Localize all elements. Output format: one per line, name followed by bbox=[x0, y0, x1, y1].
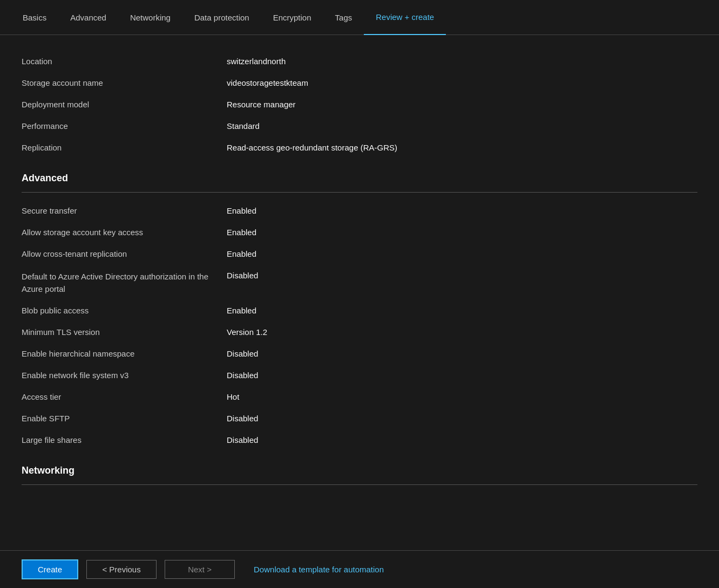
field-row-deployment-model: Deployment model Resource manager bbox=[22, 94, 697, 116]
field-row-nfs-v3: Enable network file system v3 Disabled bbox=[22, 365, 697, 387]
networking-section-divider bbox=[22, 484, 697, 485]
next-button[interactable]: Next > bbox=[165, 560, 235, 579]
field-row-sftp: Enable SFTP Disabled bbox=[22, 408, 697, 430]
networking-section-heading: Networking bbox=[22, 452, 697, 482]
tab-networking[interactable]: Networking bbox=[118, 0, 182, 35]
networking-section: Networking bbox=[22, 452, 697, 485]
tab-review-create[interactable]: Review + create bbox=[364, 0, 446, 35]
field-row-performance: Performance Standard bbox=[22, 116, 697, 138]
tab-encryption[interactable]: Encryption bbox=[261, 0, 323, 35]
field-value-access-tier: Hot bbox=[227, 392, 239, 401]
field-value-replication: Read-access geo-redundant storage (RA-GR… bbox=[227, 143, 397, 152]
field-value-cross-tenant: Enabled bbox=[227, 249, 256, 258]
tab-data-protection[interactable]: Data protection bbox=[182, 0, 261, 35]
field-row-storage-account-name: Storage account name videostoragetestkte… bbox=[22, 73, 697, 94]
field-value-performance: Standard bbox=[227, 121, 260, 131]
field-value-blob-access: Enabled bbox=[227, 306, 256, 315]
field-label-hierarchical: Enable hierarchical namespace bbox=[22, 349, 227, 358]
field-label-key-access: Allow storage account key access bbox=[22, 228, 227, 237]
field-value-aad-auth: Disabled bbox=[227, 271, 258, 280]
field-label-cross-tenant: Allow cross-tenant replication bbox=[22, 249, 227, 258]
advanced-section: Advanced Secure transfer Enabled Allow s… bbox=[22, 159, 697, 452]
field-label-secure-transfer: Secure transfer bbox=[22, 206, 227, 215]
field-row-cross-tenant: Allow cross-tenant replication Enabled bbox=[22, 244, 697, 265]
field-row-replication: Replication Read-access geo-redundant st… bbox=[22, 138, 697, 159]
field-value-storage-account-name: videostoragetestkteam bbox=[227, 78, 308, 87]
field-row-access-tier: Access tier Hot bbox=[22, 387, 697, 408]
field-label-location: Location bbox=[22, 57, 227, 66]
field-row-location: Location switzerlandnorth bbox=[22, 51, 697, 73]
tab-basics[interactable]: Basics bbox=[11, 0, 58, 35]
field-label-blob-access: Blob public access bbox=[22, 306, 227, 315]
advanced-section-divider bbox=[22, 192, 697, 193]
field-label-aad-auth: Default to Azure Active Directory author… bbox=[22, 271, 227, 295]
create-button[interactable]: Create bbox=[22, 559, 78, 579]
tab-tags[interactable]: Tags bbox=[323, 0, 364, 35]
field-label-replication: Replication bbox=[22, 143, 227, 152]
field-value-tls-version: Version 1.2 bbox=[227, 327, 267, 337]
field-label-sftp: Enable SFTP bbox=[22, 414, 227, 423]
basics-fields-section: Location switzerlandnorth Storage accoun… bbox=[22, 51, 697, 159]
field-value-secure-transfer: Enabled bbox=[227, 206, 256, 215]
field-value-sftp: Disabled bbox=[227, 414, 258, 423]
field-value-large-file: Disabled bbox=[227, 435, 258, 445]
field-label-tls-version: Minimum TLS version bbox=[22, 327, 227, 337]
field-label-access-tier: Access tier bbox=[22, 392, 227, 401]
field-value-location: switzerlandnorth bbox=[227, 57, 286, 66]
field-label-large-file: Large file shares bbox=[22, 435, 227, 445]
field-label-nfs-v3: Enable network file system v3 bbox=[22, 371, 227, 380]
field-row-aad-auth: Default to Azure Active Directory author… bbox=[22, 265, 697, 300]
field-row-large-file: Large file shares Disabled bbox=[22, 430, 697, 452]
previous-button[interactable]: < Previous bbox=[86, 560, 157, 579]
field-label-deployment-model: Deployment model bbox=[22, 100, 227, 109]
footer: Create < Previous Next > Download a temp… bbox=[0, 550, 719, 588]
field-row-tls-version: Minimum TLS version Version 1.2 bbox=[22, 322, 697, 344]
automation-template-link[interactable]: Download a template for automation bbox=[254, 565, 384, 574]
advanced-section-heading: Advanced bbox=[22, 159, 697, 189]
field-row-hierarchical: Enable hierarchical namespace Disabled bbox=[22, 344, 697, 365]
field-row-key-access: Allow storage account key access Enabled bbox=[22, 222, 697, 244]
field-value-hierarchical: Disabled bbox=[227, 349, 258, 358]
tab-advanced[interactable]: Advanced bbox=[58, 0, 118, 35]
field-row-blob-access: Blob public access Enabled bbox=[22, 300, 697, 322]
field-value-deployment-model: Resource manager bbox=[227, 100, 296, 109]
field-label-performance: Performance bbox=[22, 121, 227, 131]
field-value-nfs-v3: Disabled bbox=[227, 371, 258, 380]
main-content: Location switzerlandnorth Storage accoun… bbox=[0, 35, 719, 550]
field-row-secure-transfer: Secure transfer Enabled bbox=[22, 201, 697, 222]
tab-navigation: Basics Advanced Networking Data protecti… bbox=[0, 0, 719, 35]
field-label-storage-account-name: Storage account name bbox=[22, 78, 227, 87]
field-value-key-access: Enabled bbox=[227, 228, 256, 237]
